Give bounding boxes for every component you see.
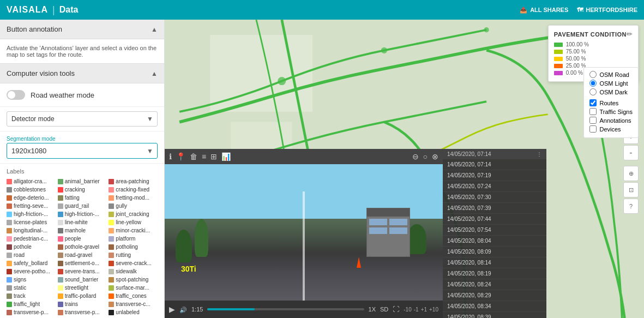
skip-plus1[interactable]: +1 — [421, 307, 427, 313]
location-icon[interactable]: 📍 — [176, 152, 185, 161]
label-item: cracking-fixed — [109, 186, 158, 193]
pavement-legend-title: PAVEMENT Condition — [554, 31, 627, 38]
label-color — [7, 187, 12, 193]
timestamp-item[interactable]: 14/05/2020, 08:14 — [443, 257, 546, 268]
layer-check-row: Devices — [589, 125, 633, 133]
label-item: line-white — [58, 219, 107, 226]
label-color — [7, 228, 12, 233]
timestamp-item[interactable]: 14/05/2020, 08:34 — [443, 301, 546, 312]
label-item: fretting-seve... — [7, 202, 56, 209]
label-color — [7, 310, 12, 315]
timestamp-item[interactable]: 14/05/2020, 07:30 — [443, 192, 546, 203]
list-icon[interactable]: ≡ — [202, 152, 206, 161]
road-weather-toggle-row: Road weather mode — [0, 83, 164, 107]
skip-plus10[interactable]: +10 — [429, 307, 438, 313]
frame-button[interactable]: ⊡ — [623, 182, 639, 197]
segmentation-mode-select[interactable]: 1920x1080 — [7, 143, 158, 159]
timestamp-item[interactable]: 14/05/2020, 07:19 — [443, 170, 546, 181]
info-icon[interactable]: ℹ — [169, 152, 172, 161]
legend-color — [554, 64, 563, 68]
header: VAISALA | Data 📤 ALL SHARES 🗺 HERTFORDSH… — [0, 0, 644, 20]
locate-button[interactable]: ⊕ — [623, 166, 639, 181]
layer-checkbox[interactable] — [589, 117, 597, 124]
video-progress-bar[interactable] — [207, 308, 364, 310]
timestamp-item[interactable]: 14/05/2020, 07:14 — [443, 159, 546, 170]
skip-minus10[interactable]: -10 — [404, 307, 411, 313]
label-name: people — [65, 236, 81, 242]
layer-checkbox[interactable] — [589, 99, 597, 106]
x-circle-icon[interactable]: ⊗ — [432, 152, 438, 161]
detector-mode-select[interactable]: Detector mode — [7, 111, 158, 127]
label-item: gully — [109, 202, 158, 209]
label-name: pothole-gravel — [65, 244, 99, 250]
layer-checkbox[interactable] — [589, 108, 597, 115]
timestamp-item[interactable]: 14/05/2020, 07:24 — [443, 181, 546, 192]
timestamp-item[interactable]: 14/05/2020, 07:54 — [443, 225, 546, 236]
vaisala-logo: VAISALA — [7, 5, 48, 15]
label-item: signs — [7, 276, 56, 283]
label-name: unlabeled — [116, 309, 139, 315]
info-button[interactable]: ? — [623, 199, 639, 214]
circle-icon[interactable]: ○ — [423, 152, 428, 161]
label-color — [109, 179, 114, 184]
timestamp-item[interactable]: 14/05/2020, 07:39 — [443, 203, 546, 214]
label-name: transverse-c... — [116, 301, 150, 307]
layer-radio[interactable] — [589, 71, 597, 78]
fullscreen-button[interactable]: ⛶ — [393, 305, 399, 313]
layer-check-row: Routes — [589, 99, 633, 106]
label-name: gully — [116, 203, 127, 209]
timestamps-date: 14/05/2020, 07:14 — [447, 151, 491, 157]
layer-checkbox[interactable] — [589, 125, 597, 133]
label-item: minor-cracki... — [109, 227, 158, 234]
timestamp-item[interactable]: 14/05/2020, 08:09 — [443, 247, 546, 257]
hertfordshire-button[interactable]: 🗺 HERTFORDSHIRE — [577, 7, 637, 13]
label-name: edge-deterio... — [14, 195, 49, 201]
labels-grid: alligator-cra...animal_barrierarea-patch… — [7, 178, 158, 318]
timestamps-menu-icon[interactable]: ⋮ — [537, 151, 542, 157]
label-name: safety_bollard — [14, 260, 47, 266]
timestamp-item[interactable]: 14/05/2020, 08:19 — [443, 268, 546, 279]
button-annotation-chevron: ▲ — [151, 26, 158, 33]
label-color — [7, 179, 12, 184]
timestamp-item[interactable]: 14/05/2020, 08:29 — [443, 290, 546, 301]
layer-radio[interactable] — [589, 80, 597, 87]
video-quality[interactable]: SD — [380, 306, 388, 313]
button-annotation-accordion[interactable]: Button annotation ▲ — [0, 20, 164, 39]
label-item: license-plates — [7, 219, 56, 226]
layer-controls: OSM RoadOSM LightOSM DarkRoutesTraffic S… — [583, 67, 639, 138]
minus-circle-icon[interactable]: ⊖ — [412, 152, 419, 161]
all-shares-button[interactable]: 📤 ALL SHARES — [520, 7, 568, 14]
pavement-legend-header: PAVEMENT Condition ✏ — [554, 30, 633, 38]
header-actions: 📤 ALL SHARES 🗺 HERTFORDSHIRE — [520, 7, 637, 14]
label-name: fretting-seve... — [14, 203, 48, 209]
chart-icon[interactable]: 📊 — [221, 152, 231, 161]
label-name: track — [14, 293, 26, 299]
play-button[interactable] — [169, 305, 175, 314]
computer-vision-accordion[interactable]: Computer vision tools ▲ — [0, 64, 164, 83]
road-weather-toggle[interactable] — [7, 90, 25, 100]
volume-button[interactable] — [179, 305, 187, 314]
video-overlay: 30Ti — [181, 265, 196, 273]
label-name: pothole — [14, 244, 32, 250]
timestamp-item[interactable]: 14/05/2020, 08:24 — [443, 279, 546, 290]
label-item: pedestrian-c... — [7, 235, 56, 242]
label-color — [7, 220, 12, 225]
label-item: static — [7, 284, 56, 291]
pavement-edit-button[interactable]: ✏ — [627, 30, 633, 38]
label-color — [58, 195, 63, 201]
grid-icon[interactable]: ⊞ — [210, 152, 217, 161]
layer-radio[interactable] — [589, 88, 597, 95]
computer-vision-chevron: ▲ — [151, 70, 158, 77]
map-area[interactable]: ℹ 📍 🗑 ≡ ⊞ 📊 ⊖ ○ ⊗ 14/05/2020, 08:46:15 L… — [165, 20, 644, 318]
timestamp-item[interactable]: 14/05/2020, 08:39 — [443, 312, 546, 318]
label-item: spot-patching — [109, 276, 158, 283]
delete-icon[interactable]: 🗑 — [190, 152, 197, 161]
label-color — [109, 285, 114, 291]
video-speed[interactable]: 1X — [369, 306, 376, 313]
zoom-out-button[interactable]: - — [623, 145, 639, 160]
label-color — [7, 203, 12, 209]
skip-minus1[interactable]: -1 — [414, 307, 419, 313]
timestamp-item[interactable]: 14/05/2020, 08:04 — [443, 236, 546, 247]
labels-section: Labels alligator-cra...animal_barrierare… — [0, 164, 164, 318]
timestamp-item[interactable]: 14/05/2020, 07:44 — [443, 214, 546, 225]
